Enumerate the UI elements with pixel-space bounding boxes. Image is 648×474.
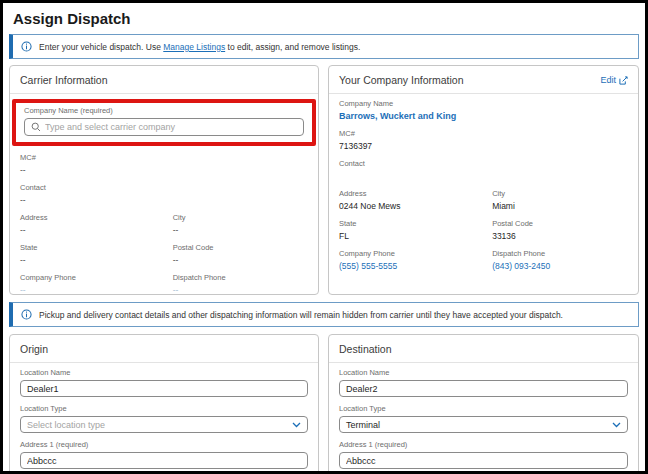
company-mc-field: MC# 7136397 bbox=[339, 129, 628, 151]
carrier-company-name-label: Company Name (required) bbox=[24, 106, 304, 115]
company-postal-label: Postal Code bbox=[492, 219, 628, 228]
edit-company-link[interactable]: Edit bbox=[600, 75, 628, 85]
destination-location-name-label: Location Name bbox=[339, 368, 628, 377]
chevron-down-icon bbox=[612, 422, 621, 428]
destination-location-type-value: Terminal bbox=[346, 420, 380, 430]
edit-company-label: Edit bbox=[600, 75, 616, 85]
destination-address1-label: Address 1 (required) bbox=[339, 440, 628, 449]
origin-location-name-label: Location Name bbox=[20, 368, 308, 377]
info-banner-top: Enter your vehicle dispatch. Use Manage … bbox=[9, 34, 639, 59]
company-phone-link[interactable]: (555) 555-5555 bbox=[339, 261, 492, 271]
destination-card-header: Destination bbox=[329, 335, 638, 363]
origin-address1-input[interactable] bbox=[20, 452, 308, 469]
origin-location-type-select[interactable]: Select location type bbox=[20, 416, 308, 433]
info-cards-row: Carrier Information Company Name (requir… bbox=[9, 65, 639, 295]
destination-location-type-field: Location Type Terminal bbox=[339, 404, 628, 433]
info-icon bbox=[21, 309, 32, 320]
banner-top-text: Enter your vehicle dispatch. Use Manage … bbox=[39, 42, 360, 52]
carrier-address-label: Address bbox=[20, 213, 173, 222]
origin-location-name-input[interactable] bbox=[20, 380, 308, 397]
origin-address1-field: Address 1 (required) bbox=[20, 440, 308, 469]
annotation-highlight-company-name: Company Name (required) bbox=[12, 99, 316, 146]
carrier-card-header: Carrier Information bbox=[10, 66, 318, 94]
info-icon bbox=[21, 41, 32, 52]
carrier-address-grid: Address -- City -- State -- Postal Code … bbox=[20, 213, 308, 295]
carrier-card-body: Company Name (required) MC# -- Contact bbox=[10, 94, 318, 295]
carrier-company-phone-field: Company Phone -- bbox=[20, 273, 173, 295]
company-phone-label: Company Phone bbox=[339, 249, 492, 258]
page-title: Assign Dispatch bbox=[13, 10, 639, 27]
carrier-contact-value: -- bbox=[20, 195, 308, 205]
company-address-value: 0244 Noe Mews bbox=[339, 201, 492, 211]
origin-address1-label: Address 1 (required) bbox=[20, 440, 308, 449]
location-cards-row: Origin Location Name Location Type Selec… bbox=[9, 334, 639, 474]
carrier-postal-label: Postal Code bbox=[173, 243, 308, 252]
company-city-label: City bbox=[492, 189, 628, 198]
carrier-city-label: City bbox=[173, 213, 308, 222]
banner-top-text-before: Enter your vehicle dispatch. Use bbox=[39, 42, 163, 52]
origin-card-body: Location Name Location Type Select locat… bbox=[10, 363, 318, 474]
carrier-state-label: State bbox=[20, 243, 173, 252]
company-contact-label: Contact bbox=[339, 159, 628, 168]
carrier-state-field: State -- bbox=[20, 243, 173, 265]
banner-top-text-after: to edit, assign, and remove listings. bbox=[225, 42, 360, 52]
carrier-company-search-input[interactable] bbox=[45, 122, 297, 132]
origin-card-header: Origin bbox=[10, 335, 318, 363]
company-address-grid: Address 0244 Noe Mews City Miami State F… bbox=[339, 189, 628, 279]
carrier-company-search-box[interactable] bbox=[24, 118, 304, 136]
company-card-title: Your Company Information bbox=[339, 74, 464, 86]
company-dispatch-phone-field: Dispatch Phone (843) 093-2450 bbox=[492, 249, 628, 271]
edit-icon bbox=[619, 76, 628, 85]
origin-card: Origin Location Name Location Type Selec… bbox=[9, 334, 319, 474]
company-mc-value: 7136397 bbox=[339, 141, 628, 151]
your-company-information-card: Your Company Information Edit Company Na… bbox=[328, 65, 639, 295]
search-icon bbox=[31, 122, 41, 132]
carrier-company-phone-value: -- bbox=[20, 285, 173, 295]
origin-location-name-field: Location Name bbox=[20, 368, 308, 397]
company-mc-label: MC# bbox=[339, 129, 628, 138]
destination-card-body: Location Name Location Type Terminal Add… bbox=[329, 363, 638, 474]
company-city-field: City Miami bbox=[492, 189, 628, 211]
destination-location-name-input[interactable] bbox=[339, 380, 628, 397]
carrier-company-phone-label: Company Phone bbox=[20, 273, 173, 282]
carrier-dispatch-phone-value: -- bbox=[173, 285, 308, 295]
destination-address1-input[interactable] bbox=[339, 452, 628, 469]
carrier-postal-value: -- bbox=[173, 255, 308, 265]
carrier-postal-field: Postal Code -- bbox=[173, 243, 308, 265]
carrier-contact-label: Contact bbox=[20, 183, 308, 192]
carrier-mc-value: -- bbox=[20, 165, 308, 175]
company-postal-field: Postal Code 33136 bbox=[492, 219, 628, 241]
company-name-field: Company Name Barrows, Wuckert and King bbox=[339, 99, 628, 121]
carrier-card-title: Carrier Information bbox=[20, 74, 108, 86]
company-name-value[interactable]: Barrows, Wuckert and King bbox=[339, 111, 628, 121]
info-banner-middle: Pickup and delivery contact details and … bbox=[9, 302, 639, 327]
company-contact-field: Contact bbox=[339, 159, 628, 181]
destination-location-type-label: Location Type bbox=[339, 404, 628, 413]
carrier-mc-field: MC# -- bbox=[20, 153, 308, 175]
assign-dispatch-page: Assign Dispatch Enter your vehicle dispa… bbox=[0, 0, 648, 474]
company-state-label: State bbox=[339, 219, 492, 228]
destination-location-name-field: Location Name bbox=[339, 368, 628, 397]
company-dispatch-phone-link[interactable]: (843) 093-2450 bbox=[492, 261, 628, 271]
destination-location-type-select[interactable]: Terminal bbox=[339, 416, 628, 433]
manage-listings-link[interactable]: Manage Listings bbox=[163, 42, 225, 52]
company-state-field: State FL bbox=[339, 219, 492, 241]
carrier-information-card: Carrier Information Company Name (requir… bbox=[9, 65, 319, 295]
company-dispatch-phone-label: Dispatch Phone bbox=[492, 249, 628, 258]
carrier-city-field: City -- bbox=[173, 213, 308, 235]
company-card-header: Your Company Information Edit bbox=[329, 66, 638, 94]
origin-location-type-value: Select location type bbox=[27, 420, 105, 430]
company-contact-value bbox=[339, 171, 628, 181]
destination-address1-field: Address 1 (required) bbox=[339, 440, 628, 469]
carrier-dispatch-phone-label: Dispatch Phone bbox=[173, 273, 308, 282]
carrier-dispatch-phone-field: Dispatch Phone -- bbox=[173, 273, 308, 295]
carrier-state-value: -- bbox=[20, 255, 173, 265]
company-name-label: Company Name bbox=[339, 99, 628, 108]
destination-card-title: Destination bbox=[339, 343, 392, 355]
company-address-label: Address bbox=[339, 189, 492, 198]
company-address-field: Address 0244 Noe Mews bbox=[339, 189, 492, 211]
carrier-mc-label: MC# bbox=[20, 153, 308, 162]
origin-card-title: Origin bbox=[20, 343, 48, 355]
company-card-body: Company Name Barrows, Wuckert and King M… bbox=[329, 94, 638, 287]
origin-location-type-label: Location Type bbox=[20, 404, 308, 413]
